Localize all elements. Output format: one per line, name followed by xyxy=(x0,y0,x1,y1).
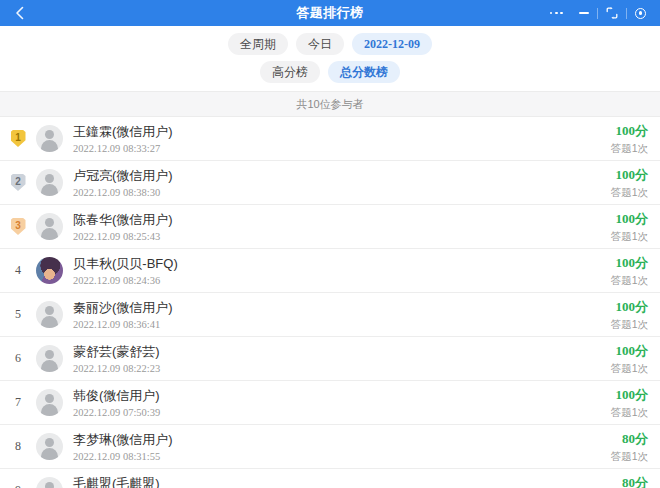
leaderboard-row: 6 蒙舒芸(蒙舒芸) 2022.12.09 08:22:23 100分 答题1次 xyxy=(0,337,660,381)
period-tab-0[interactable]: 全周期 xyxy=(228,33,288,55)
exit-button[interactable] xyxy=(627,0,654,26)
rank-number: 7 xyxy=(15,395,21,410)
attempt-count: 答题1次 xyxy=(611,318,648,332)
rank-number: 4 xyxy=(15,263,21,278)
avatar-photo xyxy=(36,257,63,284)
score-block: 100分 答题1次 xyxy=(611,254,648,288)
answer-timestamp: 2022.12.09 08:36:41 xyxy=(73,319,611,330)
user-name: 秦丽沙(微信用户) xyxy=(73,299,611,317)
score-block: 100分 答题1次 xyxy=(611,210,648,244)
circle-dot-icon xyxy=(635,8,646,19)
minimize-icon xyxy=(579,12,589,14)
attempt-count: 答题1次 xyxy=(611,450,648,464)
rank-number: 5 xyxy=(15,307,21,322)
rank-badge: 3 xyxy=(11,218,26,235)
attempt-count: 答题1次 xyxy=(611,362,648,376)
answer-timestamp: 2022.12.09 07:50:39 xyxy=(73,407,611,418)
score-block: 100分 答题1次 xyxy=(611,122,648,156)
attempt-count: 答题1次 xyxy=(611,406,648,420)
user-name: 韩俊(微信用户) xyxy=(73,387,611,405)
user-info: 秦丽沙(微信用户) 2022.12.09 08:36:41 xyxy=(73,299,611,330)
user-name: 王鐘霖(微信用户) xyxy=(73,123,611,141)
rank: 7 xyxy=(0,395,36,410)
relaunch-icon xyxy=(606,7,618,19)
leaderboard-list: 1 王鐘霖(微信用户) 2022.12.09 08:33:27 100分 答题1… xyxy=(0,117,660,488)
leaderboard-row: 5 秦丽沙(微信用户) 2022.12.09 08:36:41 100分 答题1… xyxy=(0,293,660,337)
avatar-placeholder-icon xyxy=(36,389,63,416)
answer-timestamp: 2022.12.09 08:24:36 xyxy=(73,275,611,286)
rank-number: 9 xyxy=(15,483,21,488)
score-block: 100分 答题1次 xyxy=(611,298,648,332)
leaderboard-row: 4 贝丰秋(贝贝-BFQ) 2022.12.09 08:24:36 100分 答… xyxy=(0,249,660,293)
rank: 9 xyxy=(0,483,36,488)
filter-section: 全周期今日2022-12-09 高分榜总分数榜 xyxy=(0,26,660,91)
user-info: 贝丰秋(贝贝-BFQ) 2022.12.09 08:24:36 xyxy=(73,255,611,286)
score-block: 80分 答题1次 xyxy=(611,430,648,464)
user-info: 王鐘霖(微信用户) 2022.12.09 08:33:27 xyxy=(73,123,611,154)
score-value: 100分 xyxy=(611,342,648,360)
user-info: 韩俊(微信用户) 2022.12.09 07:50:39 xyxy=(73,387,611,418)
rank: 2 xyxy=(0,174,36,191)
score-value: 100分 xyxy=(611,298,648,316)
rank-number: 8 xyxy=(15,439,21,454)
score-value: 100分 xyxy=(611,210,648,228)
participants-bar: 共10位参与者 xyxy=(0,91,660,117)
chevron-left-icon xyxy=(15,6,24,20)
score-block: 80分 答题1次 xyxy=(611,474,648,488)
attempt-count: 答题1次 xyxy=(611,142,648,156)
attempt-count: 答题1次 xyxy=(611,186,648,200)
user-name: 贝丰秋(贝贝-BFQ) xyxy=(73,255,611,273)
period-tabs: 全周期今日2022-12-09 xyxy=(0,33,660,55)
relaunch-button[interactable] xyxy=(598,0,626,26)
score-value: 100分 xyxy=(611,166,648,184)
title-bar: 答题排行榜 xyxy=(0,0,660,26)
user-info: 蒙舒芸(蒙舒芸) 2022.12.09 08:22:23 xyxy=(73,343,611,374)
leaderboard-row: 7 韩俊(微信用户) 2022.12.09 07:50:39 100分 答题1次 xyxy=(0,381,660,425)
avatar-placeholder-icon xyxy=(36,169,63,196)
board-tab-1[interactable]: 总分数榜 xyxy=(328,61,400,83)
rank: 4 xyxy=(0,263,36,278)
answer-timestamp: 2022.12.09 08:25:43 xyxy=(73,231,611,242)
minimize-button[interactable] xyxy=(571,0,597,26)
user-name: 卢冠亮(微信用户) xyxy=(73,167,611,185)
avatar-placeholder-icon xyxy=(36,213,63,240)
participants-count: 共10位参与者 xyxy=(296,97,363,112)
user-name: 毛麒盟(毛麒盟) xyxy=(73,475,611,488)
rank: 5 xyxy=(0,307,36,322)
score-block: 100分 答题1次 xyxy=(611,166,648,200)
rank-badge: 2 xyxy=(11,174,26,191)
avatar-placeholder-icon xyxy=(36,433,63,460)
more-button[interactable] xyxy=(542,0,571,26)
three-dots-icon xyxy=(550,12,563,15)
window-controls xyxy=(542,0,654,26)
score-value: 100分 xyxy=(611,254,648,272)
avatar-placeholder-icon xyxy=(36,345,63,372)
score-value: 80分 xyxy=(611,430,648,448)
user-info: 毛麒盟(毛麒盟) 2022.12.09 08:29:19 xyxy=(73,475,611,488)
period-tab-2[interactable]: 2022-12-09 xyxy=(352,33,432,55)
answer-timestamp: 2022.12.09 08:38:30 xyxy=(73,187,611,198)
user-info: 卢冠亮(微信用户) 2022.12.09 08:38:30 xyxy=(73,167,611,198)
user-name: 蒙舒芸(蒙舒芸) xyxy=(73,343,611,361)
score-value: 100分 xyxy=(611,386,648,404)
board-tab-0[interactable]: 高分榜 xyxy=(260,61,320,83)
rank: 6 xyxy=(0,351,36,366)
rank: 8 xyxy=(0,439,36,454)
quiz-leaderboard-window: 答题排行榜 全周期今日2022-12-0 xyxy=(0,0,660,488)
period-tab-1[interactable]: 今日 xyxy=(296,33,344,55)
user-info: 李梦琳(微信用户) 2022.12.09 08:31:55 xyxy=(73,431,611,462)
attempt-count: 答题1次 xyxy=(611,230,648,244)
back-button[interactable] xyxy=(8,0,30,26)
rank: 1 xyxy=(0,130,36,147)
answer-timestamp: 2022.12.09 08:33:27 xyxy=(73,143,611,154)
leaderboard-row: 8 李梦琳(微信用户) 2022.12.09 08:31:55 80分 答题1次 xyxy=(0,425,660,469)
board-tabs: 高分榜总分数榜 xyxy=(0,61,660,83)
answer-timestamp: 2022.12.09 08:31:55 xyxy=(73,451,611,462)
score-block: 100分 答题1次 xyxy=(611,342,648,376)
leaderboard-row: 3 陈春华(微信用户) 2022.12.09 08:25:43 100分 答题1… xyxy=(0,205,660,249)
avatar-placeholder-icon xyxy=(36,301,63,328)
score-value: 100分 xyxy=(611,122,648,140)
rank: 3 xyxy=(0,218,36,235)
rank-number: 6 xyxy=(15,351,21,366)
user-name: 李梦琳(微信用户) xyxy=(73,431,611,449)
